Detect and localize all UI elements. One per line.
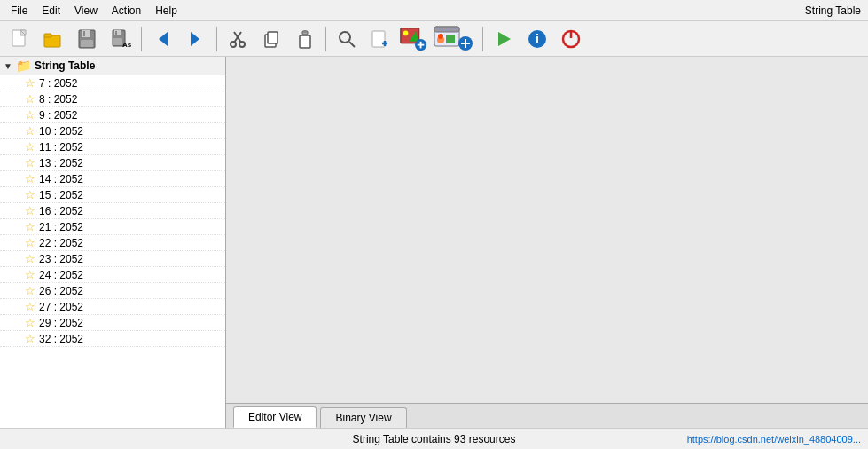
tree-item-star-icon: ☆ [25,284,35,297]
tree-item-label: 29 : 2052 [39,317,83,329]
svg-rect-37 [434,27,459,32]
svg-point-30 [403,30,409,35]
right-panel: Editor View Binary View [226,57,868,428]
tree-item-star-icon: ☆ [25,156,35,169]
tree-item[interactable]: ☆7 : 2052 [0,75,225,91]
svg-rect-5 [82,30,90,37]
tree-item[interactable]: ☆15 : 2052 [0,187,225,203]
tree-item[interactable]: ☆9 : 2052 [0,107,225,123]
tree-item-label: 22 : 2052 [39,237,83,249]
tree-item-star-icon: ☆ [25,236,35,249]
status-url[interactable]: https://blog.csdn.net/weixin_48804009... [687,434,861,445]
svg-text:As: As [122,41,131,49]
svg-rect-3 [44,34,51,37]
svg-line-25 [349,42,355,47]
tree-item[interactable]: ☆27 : 2052 [0,299,225,315]
svg-rect-40 [446,35,455,43]
tree-item-label: 21 : 2052 [39,221,83,233]
add-resource-button[interactable] [398,24,430,54]
run-button[interactable] [488,24,520,54]
tree-item-label: 23 : 2052 [39,253,83,265]
tree-item[interactable]: ☆32 : 2052 [0,331,225,347]
menu-file[interactable]: File [4,3,35,19]
tree-area[interactable]: ▼ 📁 String Table ☆7 : 2052☆8 : 2052☆9 : … [0,57,225,428]
tree-item-label: 10 : 2052 [39,125,83,138]
tree-item-star-icon: ☆ [25,188,35,201]
tree-item[interactable]: ☆22 : 2052 [0,235,225,251]
menu-bar: File Edit View Action Help String Table [0,0,868,21]
tree-item[interactable]: ☆24 : 2052 [0,267,225,283]
svg-rect-7 [83,31,85,36]
tree-item-star-icon: ☆ [25,220,35,233]
svg-rect-21 [300,35,310,48]
tree-item[interactable]: ☆13 : 2052 [0,155,225,171]
svg-rect-10 [113,38,122,45]
forward-button[interactable] [180,24,212,54]
new-button[interactable] [4,24,35,54]
tree-items-container: ☆7 : 2052☆8 : 2052☆9 : 2052☆10 : 2052☆11… [0,75,225,347]
tree-item-star-icon: ☆ [25,332,35,345]
tree-item[interactable]: ☆23 : 2052 [0,251,225,267]
new-resource-button[interactable] [364,24,396,54]
toolbar-separator-4 [482,27,483,51]
tree-item[interactable]: ☆10 : 2052 [0,123,225,139]
svg-rect-26 [372,31,385,47]
window-title: String Table [805,4,861,17]
tree-item-star-icon: ☆ [25,300,35,313]
tree-item[interactable]: ☆8 : 2052 [0,91,225,107]
tree-item-star-icon: ☆ [25,316,35,329]
tree-item-star-icon: ☆ [25,204,35,217]
tree-item-label: 13 : 2052 [39,157,83,169]
tree-item[interactable]: ☆11 : 2052 [0,139,225,155]
find-button[interactable] [331,24,363,54]
saveas-button[interactable]: As [105,24,137,54]
tree-item-label: 26 : 2052 [39,285,83,297]
paste-button[interactable] [289,24,321,54]
svg-marker-14 [191,32,199,46]
copy-button[interactable] [255,24,287,54]
tree-item-star-icon: ☆ [25,76,35,90]
tree-root-label: String Table [35,59,95,72]
stop-button[interactable] [555,24,587,54]
tree-item-label: 15 : 2052 [39,189,83,201]
tree-item[interactable]: ☆21 : 2052 [0,219,225,235]
toolbar: As [0,21,868,57]
tree-item-label: 32 : 2052 [39,333,83,345]
tree-item[interactable]: ☆14 : 2052 [0,171,225,187]
tree-item[interactable]: ☆26 : 2052 [0,283,225,299]
tab-bar: Editor View Binary View [226,403,868,428]
tree-item-label: 24 : 2052 [39,269,83,281]
menu-edit[interactable]: Edit [35,3,67,19]
svg-rect-23 [303,30,307,33]
svg-marker-13 [159,32,168,46]
dialog-merger-button[interactable] [432,24,478,54]
svg-point-17 [231,42,236,47]
svg-text:i: i [536,32,539,46]
svg-marker-44 [498,32,511,46]
menu-action[interactable]: Action [105,3,148,19]
svg-point-39 [438,34,443,39]
toolbar-separator-3 [325,27,326,51]
info-button[interactable]: i [521,24,553,54]
tab-binary-view[interactable]: Binary View [320,407,406,428]
tree-item-star-icon: ☆ [25,140,35,154]
tree-item-label: 11 : 2052 [39,141,83,154]
tree-root-icon: 📁 [16,59,31,73]
save-button[interactable] [71,24,103,54]
tree-root[interactable]: ▼ 📁 String Table [0,57,225,75]
cut-button[interactable] [222,24,254,54]
tree-item[interactable]: ☆29 : 2052 [0,315,225,331]
tree-item-label: 16 : 2052 [39,205,83,217]
toolbar-separator-1 [141,27,142,51]
menu-view[interactable]: View [67,3,105,19]
tree-expand-arrow[interactable]: ▼ [4,61,12,71]
svg-rect-11 [115,31,117,35]
tree-item[interactable]: ☆16 : 2052 [0,203,225,219]
open-button[interactable] [37,24,69,54]
tree-item-star-icon: ☆ [25,124,35,138]
svg-point-18 [239,42,245,47]
tab-editor-view[interactable]: Editor View [233,406,317,428]
tree-item-star-icon: ☆ [25,92,35,106]
menu-help[interactable]: Help [148,3,184,19]
back-button[interactable] [146,24,178,54]
